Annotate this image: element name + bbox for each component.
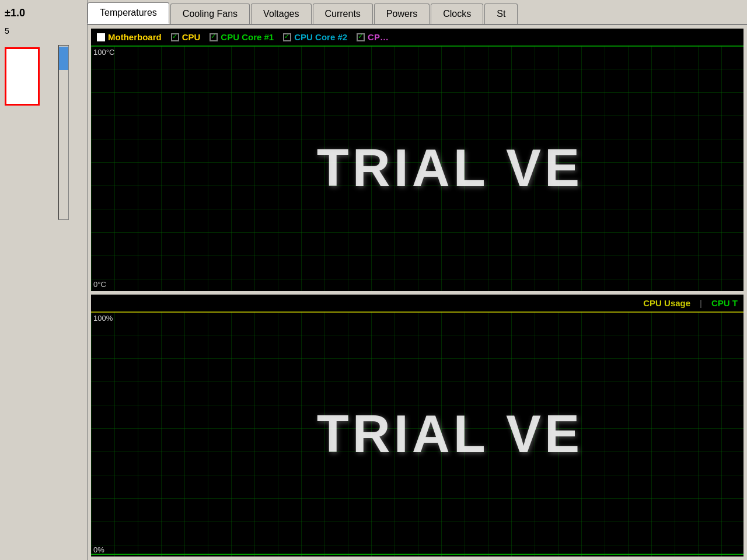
legend-item-cpu[interactable]: CPU bbox=[171, 32, 201, 42]
sidebar-scrollbar[interactable] bbox=[58, 45, 69, 220]
sidebar-red-box bbox=[5, 47, 40, 106]
usage-y-min: 0% bbox=[93, 545, 104, 554]
tab-temperatures[interactable]: Temperatures bbox=[88, 2, 169, 24]
cpu-core1-checkbox[interactable] bbox=[210, 33, 218, 41]
sidebar-extra-label: 5 bbox=[2, 24, 85, 38]
svg-rect-4 bbox=[91, 312, 743, 557]
svg-rect-1 bbox=[91, 46, 743, 291]
cpu-core2-label: CPU Core #2 bbox=[294, 32, 347, 42]
tab-cooling-fans[interactable]: Cooling Fans bbox=[170, 4, 250, 24]
usage-chart: CPU Usage | CPU T bbox=[91, 295, 743, 557]
cpu-t-label: CPU T bbox=[711, 298, 738, 308]
temp-chart-grid: 100°C 0°C TRIAL VE bbox=[91, 46, 743, 291]
tab-clocks[interactable]: Clocks bbox=[431, 4, 483, 24]
charts-area: Motherboard CPU CPU Core #1 CPU Core #2 bbox=[88, 25, 747, 560]
usage-chart-legend: CPU Usage | CPU T bbox=[91, 295, 743, 312]
cpu-extra-checkbox[interactable] bbox=[357, 33, 365, 41]
tab-powers[interactable]: Powers bbox=[374, 4, 430, 24]
main-content: Temperatures Cooling Fans Voltages Curre… bbox=[88, 0, 747, 560]
motherboard-label: Motherboard bbox=[108, 32, 162, 42]
temperature-chart: Motherboard CPU CPU Core #1 CPU Core #2 bbox=[91, 29, 743, 291]
scrollbar-thumb bbox=[59, 47, 68, 70]
cpu-core1-label: CPU Core #1 bbox=[221, 32, 274, 42]
cpu-checkbox[interactable] bbox=[171, 33, 179, 41]
motherboard-checkbox[interactable] bbox=[97, 33, 105, 41]
legend-item-cpu-extra[interactable]: CP… bbox=[357, 32, 389, 42]
cpu-label: CPU bbox=[182, 32, 201, 42]
cpu-usage-label: CPU Usage bbox=[643, 298, 690, 308]
temp-y-min: 0°C bbox=[93, 280, 106, 289]
tab-bar: Temperatures Cooling Fans Voltages Curre… bbox=[88, 0, 747, 25]
sidebar: ±1.0 5 bbox=[0, 0, 88, 560]
temp-chart-legend: Motherboard CPU CPU Core #1 CPU Core #2 bbox=[91, 29, 743, 46]
temp-y-max: 100°C bbox=[93, 48, 114, 57]
tab-voltages[interactable]: Voltages bbox=[251, 4, 311, 24]
legend-item-cpu-core-1[interactable]: CPU Core #1 bbox=[210, 32, 274, 42]
legend-item-cpu-core-2[interactable]: CPU Core #2 bbox=[283, 32, 347, 42]
tab-st[interactable]: St bbox=[484, 4, 518, 24]
usage-chart-grid: 100% 0% TRIAL VE bbox=[91, 312, 743, 557]
usage-y-max: 100% bbox=[93, 314, 113, 323]
legend-separator: | bbox=[700, 298, 702, 308]
cpu-core2-checkbox[interactable] bbox=[283, 33, 291, 41]
tab-currents[interactable]: Currents bbox=[313, 4, 373, 24]
sidebar-version-label: ±1.0 bbox=[2, 2, 85, 24]
legend-item-motherboard[interactable]: Motherboard bbox=[97, 32, 162, 42]
cpu-extra-label: CP… bbox=[368, 32, 389, 42]
